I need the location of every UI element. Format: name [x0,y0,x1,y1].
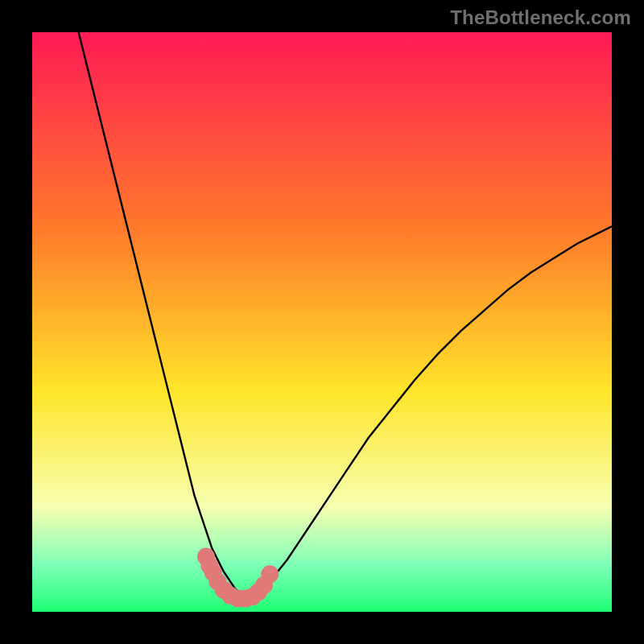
chart-canvas [32,32,612,612]
valley-marker [261,565,279,583]
chart-frame: TheBottleneck.com [0,0,644,644]
plot-area [32,32,612,612]
watermark-text: TheBottleneck.com [450,6,631,29]
gradient-background [32,32,612,612]
